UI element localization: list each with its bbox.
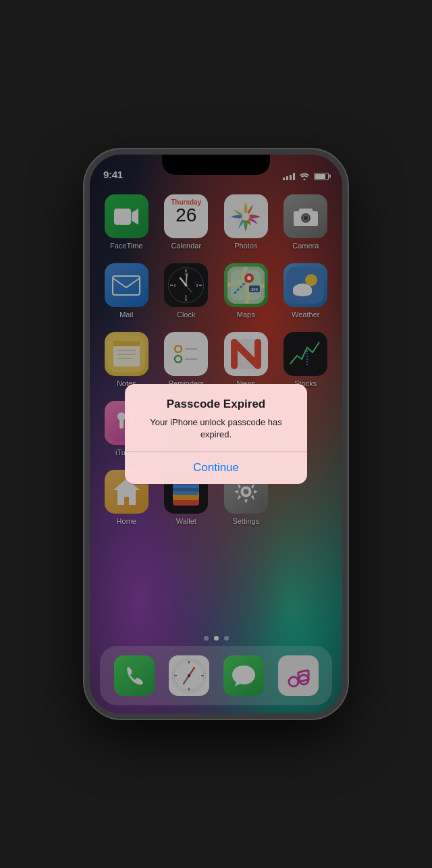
alert-continue-button[interactable]: Continue <box>125 452 307 484</box>
alert-overlay: Passcode Expired Your iPhone unlock pass… <box>90 155 342 713</box>
phone-frame: 9:41 <box>84 149 348 719</box>
alert-content: Passcode Expired Your iPhone unlock pass… <box>125 384 307 452</box>
alert-message: Your iPhone unlock passcode has expired. <box>138 416 294 441</box>
alert-title: Passcode Expired <box>138 398 294 411</box>
alert-dialog: Passcode Expired Your iPhone unlock pass… <box>125 384 307 485</box>
